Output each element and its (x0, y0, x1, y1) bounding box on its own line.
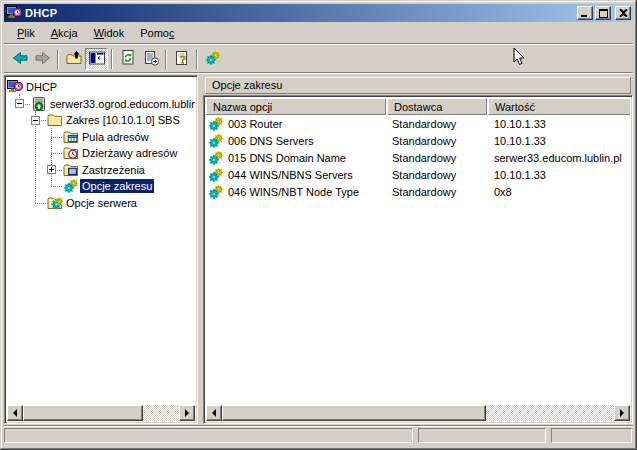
tree-view: DHCPserwer33.ogrod.educom.lublin.pZakres… (7, 78, 195, 421)
column-header-nazwa-opcji[interactable]: Nazwa opcji (206, 98, 386, 115)
cell-option-name: 046 WINS/NBT Node Type (228, 186, 359, 198)
forward-arrow-icon (35, 50, 51, 68)
forward-button[interactable] (31, 48, 54, 70)
reservations-icon (63, 162, 79, 178)
tree-connector-line (35, 203, 47, 204)
cell-vendor: Standardowy (392, 169, 456, 181)
toolbar-separator (111, 49, 113, 69)
divider (4, 425, 633, 427)
tree-item-dzier-awy-adres-w[interactable]: Dzierżawy adresów (7, 145, 195, 162)
status-section-2 (418, 428, 546, 443)
tree-item-opcje-zakresu[interactable]: Opcje zakresu (7, 178, 195, 195)
maximize-button[interactable] (595, 6, 611, 20)
scroll-right-button[interactable] (179, 405, 195, 421)
scroll-right-button[interactable] (614, 405, 630, 421)
tree-item-zastrze-enia[interactable]: Zastrzeżenia (7, 162, 195, 179)
cell-vendor: Standardowy (392, 118, 456, 130)
tree-item-label: Opcje zakresu (80, 179, 154, 193)
tree-item-label: Zastrzeżenia (80, 163, 147, 177)
folder-icon (47, 112, 63, 128)
tree-item-label: DHCP (24, 80, 59, 94)
tree-connector-line (51, 186, 63, 187)
scroll-left-button[interactable] (206, 405, 222, 421)
column-header-dostawca[interactable]: Dostawca (387, 98, 487, 115)
toolbar-separator (165, 49, 167, 69)
dhcp-root-icon (7, 79, 23, 95)
scroll-left-button[interactable] (7, 405, 23, 421)
result-pane-header: Opcje zakresu (205, 77, 631, 94)
tree-item-label: Opcje serwera (64, 196, 139, 210)
gears-icon (208, 184, 224, 200)
scroll-thumb[interactable] (222, 405, 486, 421)
cell-vendor: Standardowy (392, 135, 456, 147)
divider (4, 72, 633, 74)
svg-text:?: ? (179, 52, 185, 65)
refresh-button[interactable] (116, 48, 139, 70)
cell-value: 0x8 (494, 186, 512, 198)
status-section-3 (551, 428, 632, 443)
gears-icon (208, 167, 224, 183)
help-button[interactable]: ? (170, 48, 193, 70)
dhcp-window: DHCP PlikAkcjaWidokPomoc ? DHCPserwer33.… (0, 0, 637, 450)
window-title: DHCP (25, 7, 575, 19)
leases-icon (63, 145, 79, 161)
list-horizontal-scrollbar[interactable] (206, 405, 630, 421)
collapse-minus-box[interactable] (31, 116, 40, 125)
tree-item-label: serwer33.ogrod.educom.lublin.p (48, 97, 195, 111)
address-pool-icon (63, 129, 79, 145)
option-row-015[interactable]: 015 DNS Domain NameStandardowyserwer33.e… (206, 150, 630, 167)
tree-item-label: Dzierżawy adresów (80, 146, 179, 160)
menu-bar: PlikAkcjaWidokPomoc (4, 23, 633, 42)
show-console-tree-button[interactable] (85, 48, 108, 70)
back-button[interactable] (8, 48, 31, 70)
gears-icon (63, 178, 79, 194)
result-list-pane: Nazwa opcjiDostawcaWartość003 RouterStan… (203, 95, 633, 424)
gears-icon (205, 50, 221, 68)
close-button[interactable] (615, 6, 631, 20)
export-list-icon (143, 50, 159, 68)
properties-button[interactable] (201, 48, 224, 70)
cell-value: serwer33.educom.lublin.pl (494, 152, 622, 164)
menu-plik[interactable]: Plik (9, 25, 43, 41)
menu-pomoc[interactable]: Pomoc (132, 25, 182, 41)
tree-item-zakres-10-10-1-0-sbs[interactable]: Zakres [10.10.1.0] SBS (7, 112, 195, 129)
option-row-044[interactable]: 044 WINS/NBNS ServersStandardowy10.10.1.… (206, 167, 630, 184)
option-row-006[interactable]: 006 DNS ServersStandardowy10.10.1.33 (206, 133, 630, 150)
minimize-button[interactable] (577, 6, 593, 20)
up-one-level-button[interactable] (62, 48, 85, 70)
tree-item-pula-adres-w[interactable]: Pula adresów (7, 129, 195, 146)
console-tree-pane: DHCPserwer33.ogrod.educom.lublin.pZakres… (4, 75, 198, 424)
toolbar-separator (57, 49, 59, 69)
menu-widok[interactable]: Widok (86, 25, 133, 41)
toolbar-separator (196, 49, 198, 69)
column-header-wartosc[interactable]: Wartość (488, 98, 630, 115)
tree-item-dhcp[interactable]: DHCP (7, 79, 195, 96)
screen: DHCP PlikAkcjaWidokPomoc ? DHCPserwer33.… (0, 0, 637, 450)
option-row-046[interactable]: 046 WINS/NBT Node TypeStandardowy0x8 (206, 184, 630, 201)
back-arrow-icon (12, 50, 28, 68)
option-row-003[interactable]: 003 RouterStandardowy10.10.1.33 (206, 116, 630, 133)
tree-item-label: Pula adresów (80, 130, 151, 144)
titlebar[interactable]: DHCP (4, 4, 633, 22)
tree-item-opcje-serwera[interactable]: Opcje serwera (7, 195, 195, 212)
tree-horizontal-scrollbar[interactable] (7, 405, 195, 421)
up-folder-icon (66, 50, 82, 68)
menu-akcja[interactable]: Akcja (43, 25, 86, 41)
show-tree-icon (89, 50, 105, 68)
help-icon: ? (174, 50, 190, 68)
server-icon (31, 96, 47, 112)
cell-value: 10.10.1.33 (494, 118, 546, 130)
tree-connector-line (51, 153, 63, 154)
cell-vendor: Standardowy (392, 152, 456, 164)
cell-vendor: Standardowy (392, 186, 456, 198)
window-controls (575, 6, 631, 20)
toolbar: ? (4, 45, 633, 72)
expand-plus-box[interactable] (47, 165, 56, 174)
list-view: Nazwa opcjiDostawcaWartość003 RouterStan… (206, 98, 630, 421)
tree-item-serwer33-ogrod-educom-lublin-p[interactable]: serwer33.ogrod.educom.lublin.p (7, 96, 195, 113)
status-section-1 (4, 428, 413, 443)
export-list-button[interactable] (139, 48, 162, 70)
mouse-cursor (513, 47, 525, 68)
collapse-minus-box[interactable] (15, 99, 24, 108)
scroll-thumb[interactable] (23, 405, 143, 421)
